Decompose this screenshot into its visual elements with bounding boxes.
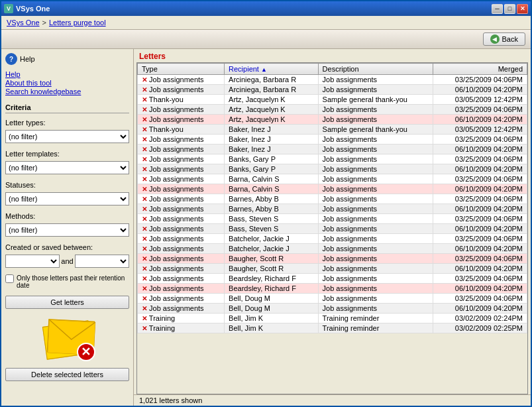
back-button[interactable]: ◀ Back xyxy=(483,32,525,46)
row-merged: 06/10/2009 04:20PM xyxy=(433,85,527,95)
row-description: Job assignments xyxy=(318,254,433,264)
row-merged: 03/25/2009 04:06PM xyxy=(433,75,527,85)
letter-types-select[interactable]: (no filter) xyxy=(5,130,129,143)
table-row[interactable]: ✕ Job assignmentsBaugher, Scott RJob ass… xyxy=(138,264,527,274)
table-row[interactable]: ✕ Job assignmentsBeardsley, Richard FJob… xyxy=(138,284,527,294)
table-row[interactable]: ✕ Job assignmentsBaugher, Scott RJob ass… xyxy=(138,254,527,264)
row-type: ✕ Job assignments xyxy=(138,214,225,224)
col-merged[interactable]: Merged xyxy=(433,64,527,75)
status-bar: 1,021 letters shown xyxy=(134,394,531,406)
table-row[interactable]: ✕ Job assignmentsBarnes, Abby BJob assig… xyxy=(138,194,527,204)
close-button[interactable]: ✕ xyxy=(517,4,528,14)
minimize-button[interactable]: ─ xyxy=(492,4,503,14)
row-type: ✕ Job assignments xyxy=(138,184,225,194)
x-mark: ✕ xyxy=(142,235,147,243)
breadcrumb-current[interactable]: Letters purge tool xyxy=(49,19,106,27)
row-description: Job assignments xyxy=(318,174,433,184)
letters-table-container[interactable]: Type Recipient ▲ Description Merged ✕ Jo… xyxy=(136,62,528,394)
title-bar-controls: ─ □ ✕ xyxy=(492,4,528,14)
col-recipient[interactable]: Recipient ▲ xyxy=(225,64,319,75)
table-row[interactable]: ✕ Job assignmentsArciniega, Barbara RJob… xyxy=(138,75,527,85)
row-recipient: Banks, Gary P xyxy=(225,154,319,164)
row-recipient: Beardsley, Richard F xyxy=(225,274,319,284)
breadcrumb-root[interactable]: VSys One xyxy=(7,19,40,27)
table-row[interactable]: ✕ Job assignmentsBell, Doug MJob assignm… xyxy=(138,294,527,304)
row-merged: 06/10/2009 04:20PM xyxy=(433,115,527,125)
row-recipient: Baugher, Scott R xyxy=(225,254,319,264)
table-row[interactable]: ✕ Thank-youArtz, Jacquelyn KSample gener… xyxy=(138,95,527,105)
row-description: Job assignments xyxy=(318,194,433,204)
x-mark: ✕ xyxy=(142,136,147,143)
window-title: VSys One xyxy=(16,5,50,13)
row-type: ✕ Job assignments xyxy=(138,145,225,154)
about-link[interactable]: About this tool xyxy=(5,79,129,87)
table-row[interactable]: ✕ Job assignmentsBarna, Calvin SJob assi… xyxy=(138,174,527,184)
row-type: ✕ Job assignments xyxy=(138,294,225,304)
row-type: ✕ Training xyxy=(138,314,225,323)
date-from-select[interactable] xyxy=(5,255,60,268)
row-type: ✕ Thank-you xyxy=(138,95,225,105)
row-type: ✕ Job assignments xyxy=(138,164,225,174)
row-type: ✕ Job assignments xyxy=(138,254,225,264)
row-merged: 06/10/2009 04:20PM xyxy=(433,145,527,154)
row-description: Sample general thank-you xyxy=(318,125,433,135)
row-description: Job assignments xyxy=(318,304,433,314)
row-type: ✕ Job assignments xyxy=(138,194,225,204)
letter-types-label: Letter types: xyxy=(5,119,129,127)
row-recipient: Banks, Gary P xyxy=(225,164,319,174)
table-body: ✕ Job assignmentsArciniega, Barbara RJob… xyxy=(138,75,527,333)
col-description[interactable]: Description xyxy=(318,64,433,75)
row-merged: 03/25/2009 04:06PM xyxy=(433,254,527,264)
row-merged: 03/02/2009 02:24PM xyxy=(433,314,527,323)
table-row[interactable]: ✕ Thank-youBaker, Inez JSample general t… xyxy=(138,125,527,135)
date-to-select[interactable] xyxy=(75,255,129,268)
get-letters-button[interactable]: Get letters xyxy=(5,296,129,309)
row-description: Training reminder xyxy=(318,323,433,333)
search-kb-link[interactable]: Search knowledgebase xyxy=(5,87,129,95)
x-mark: ✕ xyxy=(142,215,147,223)
table-row[interactable]: ✕ Job assignmentsBanks, Gary PJob assign… xyxy=(138,154,527,164)
row-merged: 03/25/2009 04:06PM xyxy=(433,214,527,224)
statuses-label: Statuses: xyxy=(5,181,129,189)
row-type: ✕ Job assignments xyxy=(138,85,225,95)
table-row[interactable]: ✕ Job assignmentsBell, Doug MJob assignm… xyxy=(138,304,527,314)
date-range-row: and xyxy=(5,255,129,268)
table-row[interactable]: ✕ Job assignmentsBatchelor, Jackie JJob … xyxy=(138,244,527,254)
x-mark: ✕ xyxy=(142,245,147,253)
table-row[interactable]: ✕ Job assignmentsBanks, Gary PJob assign… xyxy=(138,164,527,174)
methods-select[interactable]: (no filter) xyxy=(5,223,129,237)
table-row[interactable]: ✕ Job assignmentsBass, Steven SJob assig… xyxy=(138,224,527,234)
row-merged: 06/10/2009 04:20PM xyxy=(433,204,527,214)
col-type[interactable]: Type xyxy=(138,64,225,75)
table-row[interactable]: ✕ Job assignmentsBatchelor, Jackie JJob … xyxy=(138,234,527,244)
row-merged: 06/10/2009 04:20PM xyxy=(433,284,527,294)
row-type: ✕ Job assignments xyxy=(138,224,225,234)
table-row[interactable]: ✕ Job assignmentsBass, Steven SJob assig… xyxy=(138,214,527,224)
row-type: ✕ Job assignments xyxy=(138,154,225,164)
row-description: Sample general thank-you xyxy=(318,95,433,105)
row-description: Job assignments xyxy=(318,224,433,234)
table-row[interactable]: ✕ Job assignmentsArtz, Jacquelyn KJob as… xyxy=(138,115,527,125)
table-row[interactable]: ✕ TrainingBell, Jim KTraining reminder03… xyxy=(138,323,527,333)
date-and-label: and xyxy=(61,257,73,265)
row-recipient: Bell, Jim K xyxy=(225,323,319,333)
row-type: ✕ Training xyxy=(138,323,225,333)
row-recipient: Bass, Steven S xyxy=(225,224,319,234)
row-recipient: Arciniega, Barbara R xyxy=(225,85,319,95)
table-row[interactable]: ✕ TrainingBell, Jim KTraining reminder03… xyxy=(138,314,527,323)
retention-checkbox[interactable] xyxy=(5,274,14,283)
table-row[interactable]: ✕ Job assignmentsArciniega, Barbara RJob… xyxy=(138,85,527,95)
table-row[interactable]: ✕ Job assignmentsBarna, Calvin SJob assi… xyxy=(138,184,527,194)
help-link[interactable]: Help xyxy=(5,70,129,78)
table-row[interactable]: ✕ Job assignmentsBaker, Inez JJob assign… xyxy=(138,145,527,154)
table-row[interactable]: ✕ Job assignmentsBaker, Inez JJob assign… xyxy=(138,135,527,145)
delete-selected-button[interactable]: Delete selected letters xyxy=(5,368,129,381)
table-row[interactable]: ✕ Job assignmentsBeardsley, Richard FJob… xyxy=(138,274,527,284)
letter-templates-select[interactable]: (no filter) xyxy=(5,161,129,174)
table-row[interactable]: ✕ Job assignmentsBarnes, Abby BJob assig… xyxy=(138,204,527,214)
table-row[interactable]: ✕ Job assignmentsArtz, Jacquelyn KJob as… xyxy=(138,105,527,115)
maximize-button[interactable]: □ xyxy=(504,4,515,14)
row-recipient: Barna, Calvin S xyxy=(225,174,319,184)
x-mark: ✕ xyxy=(142,196,147,203)
statuses-select[interactable]: (no filter) xyxy=(5,192,129,205)
